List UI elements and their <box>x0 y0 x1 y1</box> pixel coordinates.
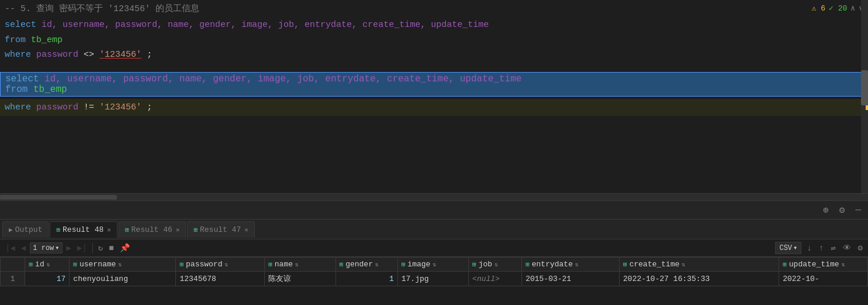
comment-text: -- 5. 查询 密码不等于 '123456' 的员工信息 <box>5 3 199 14</box>
col-job-header[interactable]: ⊞ job ⇅ <box>469 258 522 272</box>
id-sort-icon[interactable]: ⇅ <box>47 261 50 268</box>
col-update-time-header[interactable]: ⊞ update_time ⇅ <box>779 258 868 272</box>
col-username-header[interactable]: ⊞ username ⇅ <box>70 258 176 272</box>
tab-result46[interactable]: ⊞ Result 46 ✕ <box>119 221 186 238</box>
query1-line1: select id, username, password, name, gen… <box>5 18 863 33</box>
create-time-col-icon: ⊞ <box>623 261 627 268</box>
col-list: id, username, password, name, gender, im… <box>42 20 489 30</box>
table-header-row: ⊞ id ⇅ ⊞ username ⇅ <box>1 258 868 272</box>
name-sort-icon[interactable]: ⇅ <box>295 261 299 268</box>
query2-where-line: where password != '123456' ; <box>0 99 868 116</box>
id-col-icon: ⊞ <box>29 261 33 268</box>
query-2-selected-block: select id, username, password, name, gen… <box>0 72 868 97</box>
editor-vscrollbar[interactable] <box>861 0 868 193</box>
sort-up-button[interactable]: ↑ <box>817 243 825 253</box>
tab-result48-close[interactable]: ✕ <box>107 226 111 234</box>
col-password-header[interactable]: ⊞ password ⇅ <box>176 258 265 272</box>
prev-page-button[interactable]: ◀ <box>19 242 27 253</box>
last-page-button[interactable]: ▶| <box>75 242 89 253</box>
nav-up-arrow[interactable]: ∧ <box>850 4 855 13</box>
col-create-time-header[interactable]: ⊞ create_time ⇅ <box>620 258 779 272</box>
tab-result46-close[interactable]: ✕ <box>176 226 180 234</box>
where-kw: where <box>5 50 31 60</box>
editor-scrollbar-thumb[interactable] <box>861 70 868 105</box>
globe-button[interactable]: ⊕ <box>821 203 831 217</box>
image-cell: 17.jpg <box>397 272 468 286</box>
tab-result47-close[interactable]: ✕ <box>244 226 248 234</box>
id-cell: 17 <box>25 272 70 286</box>
gear-button[interactable]: ⚙ <box>837 203 848 217</box>
table-name: tb_emp <box>31 35 63 45</box>
tab-output[interactable]: ▶ Output <box>2 221 49 238</box>
create-time-sort-icon[interactable]: ⇅ <box>682 261 686 268</box>
result47-grid-icon: ⊞ <box>193 226 198 234</box>
results-table: ⊞ id ⇅ ⊞ username ⇅ <box>0 257 868 286</box>
entrydate-cell: 2015-03-21 <box>522 272 620 286</box>
minus-button[interactable]: — <box>853 204 863 217</box>
editor-hscrollbar[interactable] <box>0 193 868 200</box>
gender-col-label: gender <box>345 260 373 269</box>
csv-dropdown[interactable]: CSV ▾ <box>775 242 801 254</box>
tab-result48[interactable]: ⊞ Result 48 ✕ <box>50 221 117 238</box>
job-sort-icon[interactable]: ⇅ <box>494 261 498 268</box>
username-sort-icon[interactable]: ⇅ <box>118 261 122 268</box>
entrydate-sort-icon[interactable]: ⇅ <box>575 261 579 268</box>
password-col-label: password <box>186 260 222 269</box>
tab-output-label: Output <box>15 225 43 234</box>
password-col-icon: ⊞ <box>179 261 184 268</box>
username-col-icon: ⊞ <box>73 261 77 268</box>
results-panel: ⊕ ⚙ — ▶ Output ⊞ Result 48 ✕ ⊞ Result 46… <box>0 200 868 305</box>
refresh-button[interactable]: ↻ <box>96 242 105 253</box>
create-time-col-label: create_time <box>630 260 680 269</box>
col-id-header[interactable]: ⊞ id ⇅ <box>25 258 70 272</box>
col-entrydate-header[interactable]: ⊞ entrydate ⇅ <box>522 258 620 272</box>
username-col-label: username <box>79 260 116 269</box>
nav-sep1 <box>92 243 93 253</box>
query2-line2: from tb_emp <box>5 84 863 95</box>
gender-cell: 1 <box>336 272 397 286</box>
result46-grid-icon: ⊞ <box>125 226 129 234</box>
table-name2: tb_emp <box>33 84 67 95</box>
op2: != <box>84 102 94 112</box>
where-kw2: where <box>5 102 31 112</box>
from-kw2: from <box>5 84 27 95</box>
col-gender-header[interactable]: ⊞ gender ⇅ <box>336 258 397 272</box>
name-cell: 陈友谅 <box>265 272 336 286</box>
h-scrollbar-thumb[interactable] <box>0 195 117 200</box>
pin-button[interactable]: 📌 <box>118 242 132 253</box>
top-bar: -- 5. 查询 密码不等于 '123456' 的员工信息 ⚠ 6 ✓ 20 ∧… <box>0 0 868 16</box>
tab-result48-label: Result 48 <box>63 225 103 234</box>
row-count-dropdown[interactable]: 1 row ▾ <box>30 242 62 253</box>
password-sort-icon[interactable]: ⇅ <box>224 261 228 268</box>
check-count: ✓ 20 <box>829 4 847 13</box>
spacer1 <box>0 64 868 70</box>
entrydate-col-icon: ⊞ <box>525 261 530 268</box>
table-settings-button[interactable]: ⚙ <box>856 242 864 253</box>
export-down-button[interactable]: ↓ <box>805 243 813 253</box>
stop-button[interactable]: ■ <box>107 243 115 253</box>
csv-label: CSV <box>779 244 792 252</box>
image-col-icon: ⊞ <box>402 261 406 268</box>
first-page-button[interactable]: |◀ <box>4 242 17 253</box>
result48-grid-icon: ⊞ <box>56 226 60 234</box>
name-col-icon: ⊞ <box>268 261 272 268</box>
col-image-header[interactable]: ⊞ image ⇅ <box>397 258 468 272</box>
gender-sort-icon[interactable]: ⇅ <box>375 261 379 268</box>
update-time-sort-icon[interactable]: ⇅ <box>842 261 845 268</box>
query1-line3: where password <> '123456' ; <box>5 47 863 63</box>
entrydate-col-label: entrydate <box>532 260 573 269</box>
update-time-col-icon: ⊞ <box>783 261 787 268</box>
gender-col-icon: ⊞ <box>340 261 344 268</box>
row-count-label: 1 row <box>33 244 54 252</box>
job-col-icon: ⊞ <box>472 261 476 268</box>
results-table-wrapper[interactable]: ⊞ id ⇅ ⊞ username ⇅ <box>0 257 868 305</box>
warning-count: ⚠ 6 <box>812 4 825 13</box>
editor-area: -- 5. 查询 密码不等于 '123456' 的员工信息 ⚠ 6 ✓ 20 ∧… <box>0 0 868 193</box>
connect-button[interactable]: ⇌ <box>829 242 837 253</box>
col-name-header[interactable]: ⊞ name ⇅ <box>265 258 336 272</box>
tab-result47[interactable]: ⊞ Result 47 ✕ <box>187 221 254 238</box>
results-tabs: ▶ Output ⊞ Result 48 ✕ ⊞ Result 46 ✕ ⊞ R… <box>0 220 868 239</box>
image-sort-icon[interactable]: ⇅ <box>433 261 436 268</box>
view-button[interactable]: 👁 <box>841 243 853 253</box>
next-page-button[interactable]: ▶ <box>65 242 73 253</box>
